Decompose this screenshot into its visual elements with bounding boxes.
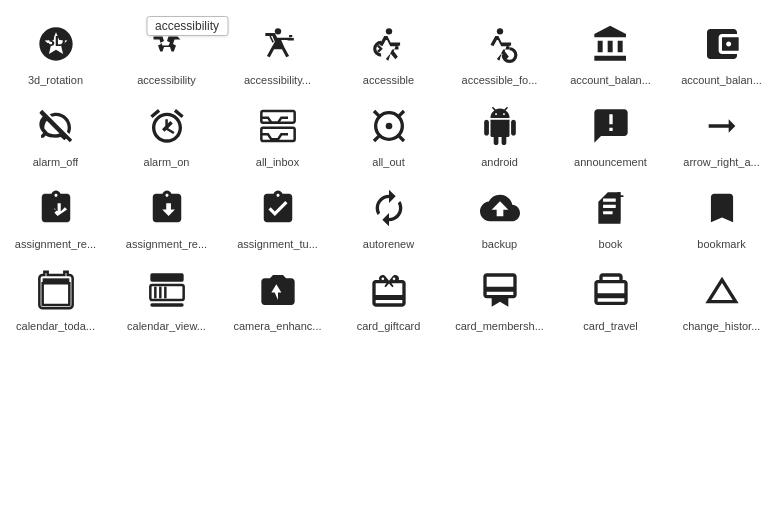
icon-cell-all_inbox[interactable]: all_inbox [222,92,333,174]
svg-line-12 [397,111,404,118]
icon-cell-all_out[interactable]: all_out [333,92,444,174]
icon-label-account_balance: account_balan... [570,74,651,86]
icon-cell-accessible_forward[interactable]: accessible_fo... [444,10,555,92]
icon-accessible [365,20,413,68]
icon-label-announcement: announcement [574,156,647,168]
icon-label-camera_enhance: camera_enhanc... [233,320,321,332]
icon-cell-alarm_off[interactable]: alarm_off [0,92,111,174]
icon-card_giftcard [365,266,413,314]
svg-line-13 [374,134,381,141]
icon-grid: 3D 3d_rotation accessibility accessibili… [0,0,778,348]
svg-line-14 [397,134,404,141]
icon-label-assignment_return: assignment_re... [15,238,96,250]
accessibility-tooltip: accessibility [146,16,228,36]
svg-point-2 [274,28,280,34]
icon-card_travel [587,266,635,314]
icon-bookmark [698,184,746,232]
icon-label-change_history: change_histor... [683,320,761,332]
icon-camera_enhance [254,266,302,314]
icon-label-all_out: all_out [372,156,404,168]
icon-assignment_return [32,184,80,232]
icon-label-autorenew: autorenew [363,238,414,250]
icon-alarm_off [32,102,80,150]
svg-line-3 [270,36,273,42]
svg-point-10 [385,123,392,130]
icon-cell-change_history[interactable]: change_histor... [666,256,777,338]
svg-rect-15 [617,195,623,197]
icon-cell-camera_enhance[interactable]: camera_enhanc... [222,256,333,338]
icon-book [587,184,635,232]
icon-label-alarm_off: alarm_off [33,156,79,168]
icon-accessibility_new [254,20,302,68]
icon-cell-announcement[interactable]: announcement [555,92,666,174]
icon-label-android: android [481,156,518,168]
svg-rect-19 [150,303,183,306]
icon-card_membership [476,266,524,314]
icon-cell-card_travel[interactable]: card_travel [555,256,666,338]
icon-cell-accessibility[interactable]: accessibility accessibility [111,10,222,92]
icon-label-backup: backup [482,238,517,250]
icon-all_out [365,102,413,150]
icon-label-accessibility_new: accessibility... [244,74,311,86]
icon-backup [476,184,524,232]
icon-cell-autorenew[interactable]: autorenew [333,174,444,256]
icon-label-accessibility: accessibility [137,74,196,86]
icon-label-accessible: accessible [363,74,414,86]
icon-cell-3d_rotation[interactable]: 3D 3d_rotation [0,10,111,92]
icon-account_balance [587,20,635,68]
icon-label-card_travel: card_travel [583,320,637,332]
icon-label-book: book [599,238,623,250]
icon-android [476,102,524,150]
icon-cell-backup[interactable]: backup [444,174,555,256]
icon-cell-arrow_right_alt[interactable]: arrow_right_a... [666,92,777,174]
icon-cell-account_balance_wallet[interactable]: account_balan... [666,10,777,92]
icon-cell-book[interactable]: book [555,174,666,256]
icon-label-assignment_turned_in: assignment_tu... [237,238,318,250]
icon-cell-bookmark[interactable]: bookmark [666,174,777,256]
icon-3d_rotation: 3D [32,20,80,68]
icon-label-assignment_returned: assignment_re... [126,238,207,250]
icon-all_inbox [254,102,302,150]
icon-label-3d_rotation: 3d_rotation [28,74,83,86]
svg-point-5 [496,28,502,34]
svg-rect-17 [150,273,183,281]
icon-cell-assignment_return[interactable]: assignment_re... [0,174,111,256]
icon-autorenew [365,184,413,232]
svg-text:3D: 3D [46,32,65,49]
icon-assignment_returned [143,184,191,232]
icon-label-account_balance_wallet: account_balan... [681,74,762,86]
icon-calendar_view_day [143,266,191,314]
icon-alarm_on [143,102,191,150]
icon-announcement [587,102,635,150]
icon-label-calendar_today: calendar_toda... [16,320,95,332]
icon-cell-card_giftcard[interactable]: card_giftcard [333,256,444,338]
icon-arrow_right_alt [698,102,746,150]
svg-line-11 [374,111,381,118]
icon-cell-assignment_turned_in[interactable]: assignment_tu... [222,174,333,256]
icon-cell-calendar_view_day[interactable]: calendar_view... [111,256,222,338]
icon-accessible_forward [476,20,524,68]
icon-label-card_membership: card_membersh... [455,320,544,332]
icon-cell-card_membership[interactable]: card_membersh... [444,256,555,338]
icon-account_balance_wallet [698,20,746,68]
icon-cell-assignment_returned[interactable]: assignment_re... [111,174,222,256]
icon-cell-account_balance[interactable]: account_balan... [555,10,666,92]
icon-assignment_turned_in [254,184,302,232]
icon-label-bookmark: bookmark [697,238,745,250]
icon-cell-android[interactable]: android [444,92,555,174]
icon-label-calendar_view_day: calendar_view... [127,320,206,332]
icon-cell-alarm_on[interactable]: alarm_on [111,92,222,174]
icon-calendar_today [32,266,80,314]
icon-label-card_giftcard: card_giftcard [357,320,421,332]
icon-label-accessible_forward: accessible_fo... [462,74,538,86]
icon-label-alarm_on: alarm_on [144,156,190,168]
icon-label-arrow_right_alt: arrow_right_a... [683,156,759,168]
icon-label-all_inbox: all_inbox [256,156,299,168]
icon-cell-accessible[interactable]: accessible [333,10,444,92]
icon-cell-calendar_today[interactable]: calendar_toda... [0,256,111,338]
icon-cell-accessibility_new[interactable]: accessibility... [222,10,333,92]
svg-rect-16 [42,278,69,283]
icon-change_history [698,266,746,314]
svg-point-4 [385,28,391,34]
